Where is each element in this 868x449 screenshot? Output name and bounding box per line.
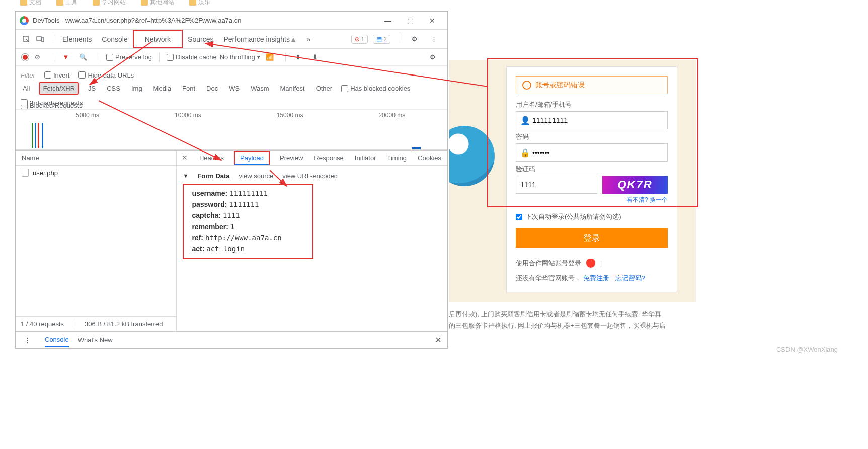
qq-icon[interactable]	[586, 259, 595, 268]
network-toolbar: ⊘ ▼ 🔍 Preserve log Disable cache No thro…	[16, 49, 447, 66]
tab-performance[interactable]: Performance insights ▲	[218, 30, 301, 48]
filter-doc[interactable]: Doc	[204, 84, 220, 93]
record-button[interactable]	[22, 54, 29, 61]
inspect-icon[interactable]	[21, 34, 32, 45]
forgot-password-link[interactable]: 忘记密码?	[615, 274, 645, 282]
filter-js[interactable]: JS	[86, 84, 98, 93]
close-detail-icon[interactable]: ×	[182, 153, 189, 163]
filter-wasm[interactable]: Wasm	[249, 84, 271, 93]
page-footer-text: 后再付款), 上门购买顾客刷信用卡或者是刷储蓄卡均无任何手续费, 华华真 的三包…	[449, 308, 670, 332]
captcha-image[interactable]: QK7R	[602, 176, 668, 194]
invert-checkbox[interactable]: Invert	[44, 71, 70, 79]
filter-fetch-xhr[interactable]: Fetch/XHR	[39, 82, 79, 95]
third-party-checkbox[interactable]: 3rd-party requests	[21, 99, 83, 107]
bookmarks-bar: 文档 工具 学习网站 其他网站 娱乐	[0, 0, 230, 9]
main-tabs: Elements Console Network Sources Perform…	[16, 30, 447, 49]
throttle-select[interactable]: No throttling ▼	[220, 53, 261, 61]
filter-other[interactable]: Other	[314, 84, 335, 93]
lock-icon: 🔒	[520, 148, 529, 158]
detail-tab-cookies[interactable]: Cookies	[417, 151, 442, 165]
wifi-icon[interactable]: 📶	[264, 52, 275, 63]
form-data-values: username: 111111111 password: 1111111 ca…	[183, 184, 313, 259]
preserve-log-checkbox[interactable]: Preserve log	[106, 53, 152, 61]
login-button[interactable]: 登录	[516, 228, 668, 248]
filter-ws[interactable]: WS	[227, 84, 242, 93]
chrome-logo-icon	[20, 16, 29, 25]
password-input[interactable]	[532, 148, 663, 157]
filter-css[interactable]: CSS	[105, 84, 122, 93]
password-label: 密码	[516, 132, 668, 141]
settings-icon[interactable]: ⚙	[409, 34, 420, 45]
drawer-menu-icon[interactable]: ⋮	[22, 335, 33, 346]
request-row-userphp[interactable]: user.php	[16, 166, 176, 180]
tab-elements[interactable]: Elements	[57, 30, 97, 48]
error-badge[interactable]: ⊘1	[351, 35, 368, 44]
username-field[interactable]: 👤	[516, 111, 668, 129]
titlebar: DevTools - www.aa7a.cn/user.php?&ref=htt…	[16, 12, 447, 30]
filter-manifest[interactable]: Manifest	[278, 84, 306, 93]
drawer-tab-whatsnew[interactable]: What's New	[78, 336, 113, 344]
drawer-tab-console[interactable]: Console	[45, 336, 69, 347]
message-badge[interactable]: ▤2	[373, 35, 390, 44]
tabs-overflow[interactable]: »	[302, 30, 316, 48]
username-input[interactable]	[532, 116, 663, 124]
view-source-link[interactable]: view source	[239, 172, 274, 180]
tab-console[interactable]: Console	[97, 30, 132, 48]
filter-img[interactable]: Img	[129, 84, 144, 93]
device-toggle-icon[interactable]	[35, 34, 46, 45]
request-list-header: Name	[16, 151, 176, 166]
close-button[interactable]: ✕	[421, 17, 443, 25]
tab-sources[interactable]: Sources	[183, 30, 218, 48]
drawer-close-icon[interactable]: ×	[435, 334, 441, 346]
username-label: 用户名/邮箱/手机号	[516, 100, 668, 109]
detail-tab-response[interactable]: Response	[313, 151, 345, 165]
svg-rect-2	[42, 38, 44, 42]
view-url-encoded-link[interactable]: view URL-encoded	[282, 172, 338, 180]
filter-toggle-icon[interactable]: ▼	[60, 52, 71, 63]
filter-all[interactable]: All	[21, 84, 32, 93]
error-icon: —	[522, 81, 531, 90]
upload-icon[interactable]: ⬆	[293, 52, 304, 63]
timeline-overview[interactable]: 5000 ms 10000 ms 15000 ms 20000 ms	[16, 110, 447, 150]
captcha-unclear-link[interactable]: 看不清?	[626, 196, 648, 203]
hide-dataurls-checkbox[interactable]: Hide data URLs	[78, 71, 134, 79]
detail-tab-timing[interactable]: Timing	[386, 151, 408, 165]
register-line: 还没有华华官网账号，免费注册 忘记密码?	[516, 274, 668, 283]
balloon-graphic	[449, 126, 495, 186]
captcha-links: 看不清? 换一个	[516, 196, 668, 204]
captcha-refresh-link[interactable]: 换一个	[650, 196, 668, 203]
timeline-tick: 10000 ms	[175, 112, 201, 119]
detail-tab-payload[interactable]: Payload	[234, 151, 270, 165]
timeline-tick: 5000 ms	[76, 112, 99, 119]
svg-rect-1	[37, 37, 41, 40]
tab-network[interactable]: Network	[133, 30, 183, 48]
clear-icon[interactable]: ⊘	[32, 52, 43, 63]
filter-font[interactable]: Font	[180, 84, 197, 93]
detail-tab-headers[interactable]: Headers	[198, 151, 225, 165]
timeline-tick: 20000 ms	[378, 112, 405, 119]
minimize-button[interactable]: —	[377, 17, 399, 25]
filter-media[interactable]: Media	[151, 84, 173, 93]
file-icon	[22, 169, 29, 177]
window-title: DevTools - www.aa7a.cn/user.php?&ref=htt…	[33, 17, 377, 24]
search-icon[interactable]: 🔍	[77, 52, 89, 63]
network-settings-icon[interactable]: ⚙	[427, 52, 438, 63]
disable-cache-checkbox[interactable]: Disable cache	[167, 53, 217, 61]
detail-tab-initiator[interactable]: Initiator	[354, 151, 377, 165]
remember-checkbox[interactable]: 下次自动登录(公共场所请勿勾选)	[516, 212, 668, 221]
filter-section: Filter Invert Hide data URLs All Fetch/X…	[16, 66, 447, 110]
register-link[interactable]: 免费注册	[583, 274, 609, 282]
timeline-tick: 15000 ms	[277, 112, 303, 119]
has-blocked-cookies-checkbox[interactable]: Has blocked cookies	[341, 85, 410, 92]
kebab-icon[interactable]: ⋮	[428, 34, 439, 45]
download-icon[interactable]: ⬇	[310, 52, 321, 63]
request-detail: × Headers Payload Preview Response Initi…	[177, 151, 447, 331]
captcha-field[interactable]	[516, 176, 597, 194]
request-status-bar: 1 / 40 requests 306 B / 81.2 kB transfer…	[16, 316, 176, 331]
maximize-button[interactable]: ▢	[399, 17, 421, 25]
filter-input[interactable]: Filter	[21, 71, 35, 79]
login-card: — 账号或密码错误 用户名/邮箱/手机号 👤 密码 🔒 验证码 QK7R 看不清…	[506, 66, 677, 292]
captcha-input[interactable]	[520, 181, 593, 189]
detail-tab-preview[interactable]: Preview	[279, 151, 304, 165]
password-field[interactable]: 🔒	[516, 143, 668, 162]
